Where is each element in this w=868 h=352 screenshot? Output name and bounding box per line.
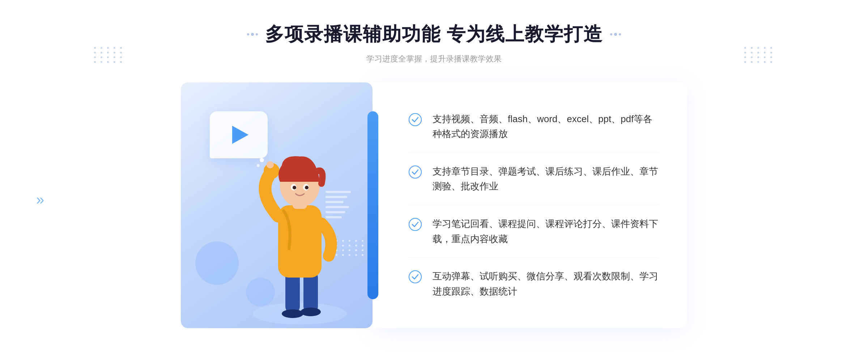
svg-point-4 [301, 308, 321, 316]
deco-circle-1 [195, 241, 239, 285]
content-section: 支持视频、音频、flash、word、excel、ppt、pdf等各种格式的资源… [181, 82, 687, 328]
header-section: 多项录播课辅助功能 专为线上教学打造 学习进度全掌握，提升录播课教学效果 [247, 22, 621, 64]
svg-point-14 [260, 158, 264, 162]
feature-text-3: 学习笔记回看、课程提问、课程评论打分、课件资料下载，重点内容收藏 [433, 216, 658, 246]
feature-item-3: 学习笔记回看、课程提问、课程评论打分、课件资料下载，重点内容收藏 [409, 206, 658, 258]
arrow-decoration-left: » [36, 192, 44, 208]
main-title: 多项录播课辅助功能 专为线上教学打造 [265, 22, 603, 47]
check-icon-1 [409, 113, 422, 126]
decorator-dots-right [610, 33, 621, 36]
feature-item-4: 互动弹幕、试听购买、微信分享、观看次数限制、学习进度跟踪、数据统计 [409, 258, 658, 310]
svg-point-11 [293, 186, 296, 189]
feature-text-2: 支持章节目录、弹题考试、课后练习、课后作业、章节测验、批改作业 [433, 164, 658, 194]
feature-text-4: 互动弹幕、试听购买、微信分享、观看次数限制、学习进度跟踪、数据统计 [433, 269, 658, 299]
illustration-wrapper [181, 82, 373, 328]
svg-point-3 [282, 309, 303, 318]
svg-point-17 [409, 113, 421, 126]
dot-decoration-top-right [744, 47, 774, 63]
svg-point-19 [409, 218, 421, 231]
feature-item-2: 支持章节目录、弹题考试、课后练习、课后作业、章节测验、批改作业 [409, 153, 658, 205]
check-icon-2 [409, 166, 422, 179]
check-icon-4 [409, 270, 422, 283]
feature-item-1: 支持视频、音频、flash、word、excel、ppt、pdf等各种格式的资源… [409, 101, 658, 153]
svg-point-13 [267, 161, 274, 168]
svg-point-16 [264, 153, 267, 155]
svg-point-18 [409, 166, 421, 178]
svg-point-20 [409, 271, 421, 283]
svg-point-15 [257, 164, 260, 167]
feature-text-1: 支持视频、音频、flash、word、excel、ppt、pdf等各种格式的资源… [433, 112, 658, 142]
sub-title: 学习进度全掌握，提升录播课教学效果 [247, 53, 621, 64]
svg-point-12 [305, 186, 309, 189]
features-panel: 支持视频、音频、flash、word、excel、ppt、pdf等各种格式的资源… [373, 82, 687, 328]
character-illustration [242, 126, 358, 328]
svg-rect-5 [278, 205, 322, 278]
dot-decoration-top-left [94, 47, 124, 63]
header-decorators: 多项录播课辅助功能 专为线上教学打造 [247, 22, 621, 47]
decorator-dots-left [247, 33, 258, 36]
check-icon-3 [409, 218, 422, 231]
page-wrapper: » 多项录播课辅助功能 专为线上教学打造 学习进度全掌握，提升录播课教学效果 [0, 0, 868, 352]
